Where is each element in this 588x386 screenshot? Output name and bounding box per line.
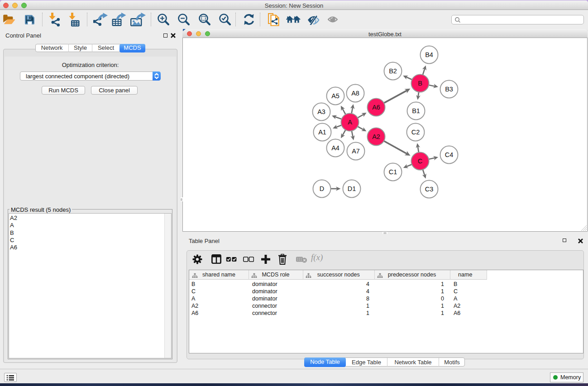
svg-text:A1: A1: [318, 129, 326, 136]
svg-text:A: A: [348, 119, 352, 126]
svg-text:B1: B1: [412, 107, 420, 114]
svg-text:A4: A4: [331, 144, 339, 152]
svg-text:A3: A3: [317, 108, 325, 115]
svg-text:D1: D1: [348, 185, 356, 192]
svg-text:C3: C3: [425, 186, 434, 193]
svg-text:C2: C2: [411, 129, 420, 136]
svg-text:B4: B4: [425, 51, 433, 58]
svg-text:B: B: [418, 80, 422, 87]
svg-text:B2: B2: [389, 67, 397, 75]
svg-text:A5: A5: [331, 92, 339, 100]
svg-text:D: D: [320, 185, 324, 192]
svg-text:A2: A2: [372, 133, 380, 140]
svg-text:C4: C4: [445, 151, 454, 158]
svg-text:B3: B3: [445, 86, 453, 93]
svg-text:C1: C1: [389, 168, 397, 176]
svg-text:C: C: [418, 157, 422, 165]
svg-text:A6: A6: [372, 104, 380, 111]
svg-text:A8: A8: [351, 90, 359, 97]
svg-text:A7: A7: [352, 148, 360, 155]
